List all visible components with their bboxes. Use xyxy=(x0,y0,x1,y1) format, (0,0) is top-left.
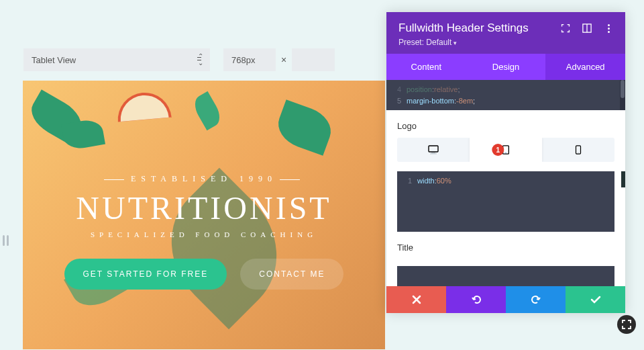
svg-point-6 xyxy=(505,152,506,153)
expand-button[interactable] xyxy=(617,315,636,334)
redo-button[interactable] xyxy=(506,286,566,313)
svg-rect-2 xyxy=(429,146,438,152)
cta-secondary-button[interactable]: CONTACT ME xyxy=(240,259,343,290)
preview-canvas[interactable]: ESTABLISED 1990 NUTRITIONIST SPECIALIZED… xyxy=(23,81,385,349)
svg-point-8 xyxy=(578,152,578,153)
tab-content[interactable]: Content xyxy=(386,54,466,80)
preset-select[interactable]: Preset: Default xyxy=(398,38,613,47)
more-icon[interactable] xyxy=(604,24,613,33)
side-marker xyxy=(621,171,625,187)
device-tab-tablet[interactable]: 1 xyxy=(470,138,542,162)
desktop-icon xyxy=(428,145,439,155)
code-editor-title[interactable] xyxy=(397,266,614,286)
column-icon[interactable] xyxy=(582,24,592,33)
device-tab-phone[interactable] xyxy=(542,138,614,162)
hero-title: NUTRITIONIST xyxy=(76,189,331,226)
hero-subtitle: SPECIALIZED FOOD COACHING xyxy=(91,230,317,238)
device-tab-desktop[interactable] xyxy=(397,138,470,162)
times-label: × xyxy=(281,54,286,65)
close-button[interactable] xyxy=(386,286,446,313)
tab-design[interactable]: Design xyxy=(466,54,546,80)
svg-rect-4 xyxy=(430,153,437,154)
view-select[interactable]: Tablet View xyxy=(23,48,210,71)
settings-panel: Fullwidth Header Settings Preset: Defaul… xyxy=(386,12,625,313)
cta-primary-button[interactable]: GET STARTED FOR FREE xyxy=(64,259,227,290)
title-section-label: Title xyxy=(386,232,625,259)
panel-title: Fullwidth Header Settings xyxy=(398,21,529,35)
height-input[interactable] xyxy=(292,48,335,71)
code-editor-top[interactable]: 4position:relative; 5margin-bottom:-8em; xyxy=(386,80,625,110)
confirm-button[interactable] xyxy=(566,286,625,313)
width-input[interactable] xyxy=(223,48,276,71)
phone-icon xyxy=(573,145,584,155)
established-label: ESTABLISED 1990 xyxy=(131,174,277,184)
device-tabs: 1 xyxy=(397,138,614,162)
code-editor-logo[interactable]: 1width:60% xyxy=(397,171,614,232)
tab-advanced[interactable]: Advanced xyxy=(545,54,625,80)
undo-button[interactable] xyxy=(446,286,506,313)
svg-rect-3 xyxy=(431,152,435,153)
resize-handle[interactable] xyxy=(3,235,9,246)
annotation-badge: 1 xyxy=(492,144,504,156)
panel-header: Fullwidth Header Settings Preset: Defaul… xyxy=(386,12,625,54)
panel-tabs: Content Design Advanced xyxy=(386,54,625,80)
panel-footer xyxy=(386,286,625,313)
focus-icon[interactable] xyxy=(561,24,570,33)
logo-section-label: Logo xyxy=(386,110,625,138)
scrollbar[interactable] xyxy=(620,80,625,110)
